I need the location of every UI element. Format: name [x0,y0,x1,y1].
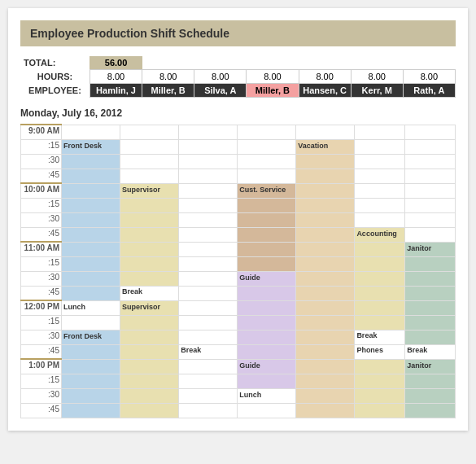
supervisor-label-2: Supervisor [122,303,160,311]
employee-miller: Miller, B [142,84,194,98]
janitor-label-1: Janitor [407,244,431,252]
row-1215: :15 [21,315,456,330]
time-1345: :45 [21,403,62,418]
cell-1345-silva [179,403,238,418]
cell-1100-millerb [238,242,296,256]
cell-945-miller [120,169,179,183]
cell-1130-silva [179,271,238,286]
row-1330: :30 Lunch [21,388,456,403]
cell-930-rath [405,154,456,169]
lunch-label-1: Lunch [63,303,85,311]
cell-1245-hansen [296,344,355,359]
cell-1230-hamlin: Front Desk [61,330,120,344]
hours-row: HOURS: 8.00 8.00 8.00 8.00 8.00 8.00 8.0… [20,70,456,84]
hours-hansen: 8.00 [299,70,351,84]
page: Employee Production Shift Schedule TOTAL… [8,8,468,431]
cell-1030-kerr [355,212,405,227]
cell-1030-hamlin [61,212,120,227]
cell-1100-hansen [296,242,355,256]
cell-1100-silva [179,242,238,256]
cell-945-kerr [355,169,405,183]
cell-1130-kerr [355,271,405,286]
time-1100: 11:00 AM [21,242,62,256]
cell-1015-hansen [296,198,355,212]
cell-1030-miller [120,212,179,227]
total-row: TOTAL: 56.00 [20,56,456,70]
cell-1200-millerb [238,300,296,315]
break-label-1: Break [122,287,142,295]
time-1030: :30 [21,212,62,227]
time-1245: :45 [21,344,62,359]
cell-1145-kerr [355,286,405,300]
total-label: TOTAL: [20,56,90,70]
cell-1245-silva: Break [179,344,238,359]
hours-hamlin: 8.00 [90,70,142,84]
time-1200: 12:00 PM [21,300,62,315]
cell-1015-miller [120,198,179,212]
cell-915-hamlin: Front Desk [61,139,120,154]
guide-label-2: Guide [239,361,260,370]
row-1315: :15 [21,374,456,388]
cell-1145-silva [179,286,238,300]
cell-915-kerr [355,139,405,154]
hours-kerr: 8.00 [351,70,403,84]
row-1000: 10:00 AM Supervisor Cust. Service [21,183,456,198]
cell-1115-rath [405,256,456,271]
cell-1000-silva [179,183,238,198]
cell-1330-hamlin [61,388,120,403]
row-1015: :15 [21,198,456,212]
cell-1330-rath [405,388,456,403]
cell-1130-miller [120,271,179,286]
cell-1115-millerb [238,256,296,271]
cell-1045-millerb [238,227,296,242]
cell-1030-rath [405,212,456,227]
cell-1145-miller: Break [120,286,179,300]
cell-1230-silva [179,330,238,344]
row-915: :15 Front Desk Vacation [21,139,456,154]
row-1230: :30 Front Desk Break [21,330,456,344]
time-1130: :30 [21,271,62,286]
employee-label: EMPLOYEE: [20,84,90,98]
hours-millerb: 8.00 [247,70,299,84]
cell-1130-rath [405,271,456,286]
cell-1300-silva [179,359,238,374]
row-1245: :45 Break Phones Break [21,344,456,359]
date-heading: Monday, July 16, 2012 [20,107,456,119]
cell-945-silva [179,169,238,183]
schedule-grid: 9:00 AM :15 Front Desk Vacation :30 [20,124,456,418]
cell-900-silva [179,125,238,139]
cell-1215-hansen [296,315,355,330]
time-1230: :30 [21,330,62,344]
cell-1200-silva [179,300,238,315]
cell-1245-rath: Break [405,344,456,359]
cell-1330-silva [179,388,238,403]
employee-hamlin: Hamlin, J [90,84,142,98]
cell-1045-hamlin [61,227,120,242]
cell-1130-hansen [296,271,355,286]
cell-900-kerr [355,125,405,139]
employee-row: EMPLOYEE: Hamlin, J Miller, B Silva, A M… [20,84,456,98]
time-930: :30 [21,154,62,169]
row-930: :30 [21,154,456,169]
row-945: :45 [21,169,456,183]
employee-silva: Silva, A [194,84,247,98]
row-1045: :45 Accounting [21,227,456,242]
cell-1215-millerb [238,315,296,330]
cell-1215-kerr [355,315,405,330]
cell-930-millerb [238,154,296,169]
cell-1315-silva [179,374,238,388]
cell-1200-hamlin: Lunch [61,300,120,315]
cell-1130-millerb: Guide [238,271,296,286]
cell-1215-hamlin [61,315,120,330]
janitor-label-2: Janitor [407,361,431,370]
cell-1115-miller [120,256,179,271]
cell-915-rath [405,139,456,154]
cell-900-rath [405,125,456,139]
time-1045: :45 [21,227,62,242]
time-1145: :45 [21,286,62,300]
cell-1030-silva [179,212,238,227]
row-1145: :45 Break [21,286,456,300]
cell-945-rath [405,169,456,183]
cell-1015-kerr [355,198,405,212]
cell-1100-rath: Janitor [405,242,456,256]
